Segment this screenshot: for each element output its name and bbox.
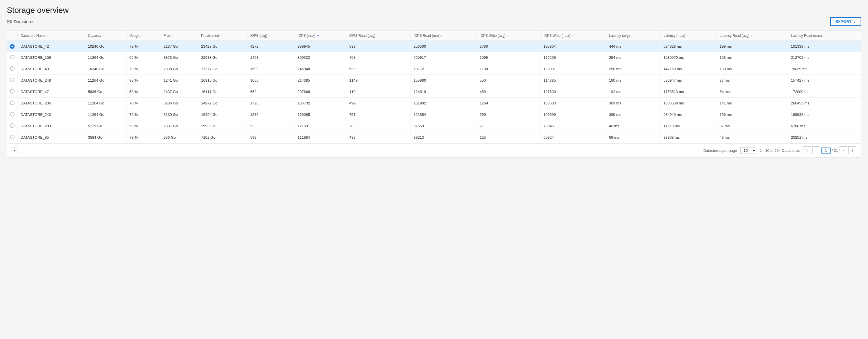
radio-button[interactable]: [10, 112, 14, 116]
cell-iops_write_avg: 559: [476, 109, 540, 121]
cell-iops_write_avg: 1269: [476, 98, 540, 109]
table-row[interactable]: DATASTORE_24311264 Go72 %3130 Go16294 Go…: [7, 109, 861, 121]
col-latency-max[interactable]: Latency (max) ▿: [660, 31, 717, 41]
col-capacity[interactable]: Capacity ▿: [85, 31, 126, 41]
col-latency-read-max[interactable]: Latency Read (max) ▿: [788, 31, 861, 41]
cell-latency_read_avg: 138 ms: [717, 63, 788, 75]
page-first-button[interactable]: ⟪: [803, 146, 811, 155]
table-row[interactable]: DATASTORE_4310240 Go72 %2838 Go17377 Go1…: [7, 63, 861, 75]
cell-free: 3875 Go: [161, 52, 198, 63]
sort-icon-latency-max: ▿: [686, 34, 688, 37]
col-usage[interactable]: Usage ▿: [126, 31, 161, 41]
cell-usage: 65 %: [126, 52, 161, 63]
page-title: Storage overview: [7, 6, 861, 15]
page-separator: /: [832, 148, 833, 152]
col-iops-read-max[interactable]: IOPS Read (max) ▿: [410, 31, 476, 41]
radio-cell[interactable]: [7, 98, 18, 109]
cell-name: DATASTORE_42: [18, 41, 85, 52]
radio-button[interactable]: [10, 44, 14, 49]
cell-capacity: 3584 Go: [85, 132, 126, 143]
radio-button[interactable]: [10, 66, 14, 71]
cell-iops_max: 186732: [294, 98, 346, 109]
cell-latency_max: 11518 ms: [660, 121, 717, 132]
col-iops-read-avg[interactable]: IOPS Read (avg) ▿: [346, 31, 410, 41]
cell-provisioned: 16294 Go: [198, 109, 247, 121]
radio-button[interactable]: [10, 89, 14, 94]
cell-usage: 88 %: [126, 75, 161, 86]
cell-iops_read_max: 121854: [410, 109, 476, 121]
datastore-table: Datastore Name ▿ Capacity ▿ Usage: [7, 31, 861, 143]
cell-iops_write_avg: 3780: [476, 41, 540, 52]
radio-button[interactable]: [10, 78, 14, 82]
sort-icon-latency-read-max: ▿: [823, 34, 824, 37]
col-iops-avg[interactable]: IOPS (avg) ▿: [247, 31, 294, 41]
cell-iops_write_avg: 550: [476, 75, 540, 86]
cell-capacity: 10240 Go: [85, 41, 126, 52]
radio-cell[interactable]: [7, 109, 18, 121]
radio-cell[interactable]: [7, 75, 18, 86]
cell-iops_read_max: 253500: [410, 41, 476, 52]
per-page-select[interactable]: 10 25 50 100: [740, 147, 756, 154]
cell-name: DATASTORE_293: [18, 121, 85, 132]
cell-usage: 58 %: [126, 86, 161, 98]
cell-iops_read_max: 225917: [410, 52, 476, 63]
cell-latency_avg: 180 ms: [606, 75, 660, 86]
cell-capacity: 5119 Go: [85, 121, 126, 132]
cell-provisioned: 23428 Go: [198, 41, 247, 52]
cell-latency_max: 1006588 ms: [660, 98, 717, 109]
table-row[interactable]: DATASTORE_475836 Go58 %2437 Go16111 Go56…: [7, 86, 861, 98]
svg-point-3: [10, 22, 11, 23]
table-row[interactable]: DATASTORE_15911264 Go65 %3875 Go22933 Go…: [7, 52, 861, 63]
radio-cell[interactable]: [7, 132, 18, 143]
table-row[interactable]: DATASTORE_23611264 Go70 %3286 Go14972 Go…: [7, 98, 861, 109]
page-number-input[interactable]: [822, 147, 831, 154]
table-row[interactable]: DATASTORE_24811264 Go88 %1241 Go16916 Go…: [7, 75, 861, 86]
col-free[interactable]: Free ▿: [161, 31, 198, 41]
cell-iops_avg: 599: [247, 132, 294, 143]
pagination-controls: ⟪ ‹ / 21 › ⟫: [803, 146, 856, 155]
sort-icon-iops-read-max: ▿: [442, 34, 443, 37]
col-name[interactable]: Datastore Name ▿: [18, 31, 85, 41]
radio-cell[interactable]: [7, 121, 18, 132]
radio-button[interactable]: [10, 123, 14, 128]
cell-usage: 72 %: [126, 109, 161, 121]
col-provisioned[interactable]: Provisioned ▿: [198, 31, 247, 41]
table-row[interactable]: DATASTORE_2935119 Go53 %2397 Go2993 Go93…: [7, 121, 861, 132]
cell-latency_avg: 69 ms: [606, 132, 660, 143]
cell-iops_write_avg: 71: [476, 121, 540, 132]
page-prev-button[interactable]: ‹: [812, 146, 820, 155]
radio-cell[interactable]: [7, 52, 18, 63]
page-last-button[interactable]: ⟫: [848, 146, 856, 155]
cell-iops_read_avg: 119: [346, 86, 410, 98]
cell-iops_write_max: 105699: [540, 109, 606, 121]
cell-usage: 72 %: [126, 63, 161, 75]
cell-free: 2397 Go: [161, 121, 198, 132]
export-button[interactable]: EXPORT ⌄: [830, 17, 861, 26]
col-iops-write-avg[interactable]: IOPS Write (avg) ▿: [476, 31, 540, 41]
col-latency-read-avg[interactable]: Latency Read (avg) ▿: [717, 31, 788, 41]
cell-provisioned: 7102 Go: [198, 132, 247, 143]
radio-button[interactable]: [10, 55, 14, 59]
col-iops-write-max[interactable]: IOPS Write (max) ▿: [540, 31, 606, 41]
cell-latency_read_avg: 37 ms: [717, 121, 788, 132]
cell-name: DATASTORE_243: [18, 109, 85, 121]
radio-cell[interactable]: [7, 63, 18, 75]
cell-iops_write_max: 130331: [540, 63, 606, 75]
svg-point-2: [10, 21, 11, 21]
col-latency-avg[interactable]: Latency (avg) ▿: [606, 31, 660, 41]
footer-left: ■: [12, 147, 18, 153]
cell-iops_read_max: 124819: [410, 86, 476, 98]
radio-cell[interactable]: [7, 86, 18, 98]
cell-free: 2137 Go: [161, 41, 198, 52]
table-row[interactable]: DATASTORE_4210240 Go79 %2137 Go23428 Go4…: [7, 41, 861, 52]
table-row[interactable]: DATASTORE_853584 Go73 %956 Go7102 Go5991…: [7, 132, 861, 143]
page-next-button[interactable]: ›: [839, 146, 847, 155]
cell-latency_max: 534628 ms: [660, 41, 717, 52]
radio-cell[interactable]: [7, 41, 18, 52]
radio-button[interactable]: [10, 100, 14, 105]
cell-latency_read_max: 157427 ms: [788, 75, 861, 86]
cell-latency_avg: 40 ms: [606, 121, 660, 132]
radio-button[interactable]: [10, 135, 14, 139]
expand-icon[interactable]: ■: [12, 147, 18, 153]
col-iops-max[interactable]: IOPS (max) ▼: [294, 31, 346, 41]
